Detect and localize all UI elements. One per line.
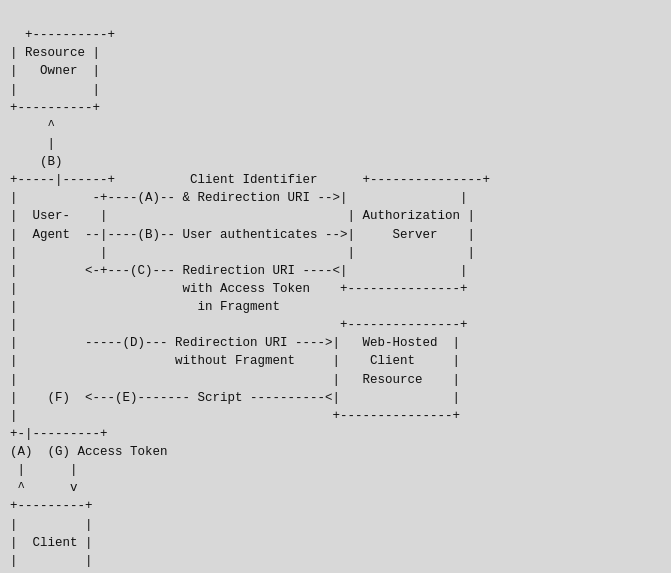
diagram-text: +----------+ | Resource | | Owner | | | …: [10, 28, 490, 573]
oauth-diagram: +----------+ | Resource | | Owner | | | …: [0, 0, 500, 573]
